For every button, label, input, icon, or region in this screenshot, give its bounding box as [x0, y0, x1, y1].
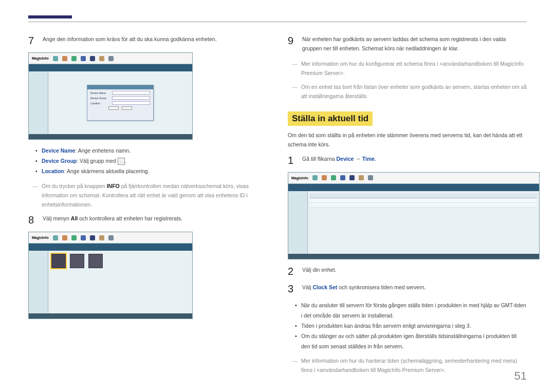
toolbar-icon: [90, 56, 95, 61]
dialog-field-row: Device Group: [90, 96, 150, 100]
app-sidebar: [29, 71, 48, 134]
toolbar-icon: [108, 235, 114, 240]
app-footer: [29, 313, 192, 319]
bullet-list: Device Name: Ange enhetens namn. Device …: [35, 146, 267, 177]
term-desc: : Ange skärmens aktuella placering.: [64, 168, 150, 174]
text-input[interactable]: [112, 96, 150, 100]
section-heading: Ställa in aktuell tid: [288, 111, 373, 126]
cancel-button[interactable]: [122, 106, 132, 110]
text-input[interactable]: [112, 101, 150, 105]
step-1: 1 Gå till flikarna Device → Time.: [288, 155, 527, 166]
toolbar-icon: [331, 175, 336, 180]
step-number: 8: [28, 214, 35, 226]
intro-paragraph: Om den tid som ställts in på enheten int…: [288, 131, 527, 150]
toolbar-icon: [99, 56, 104, 61]
field-label: Device Group: [90, 97, 110, 100]
step-text: Välj Clock Set och synkronisera tiden me…: [302, 283, 527, 294]
app-footer: [29, 134, 192, 139]
dialog-buttons: [87, 106, 153, 110]
term: Device Name: [42, 147, 75, 154]
app-toolbar: MagicInfo: [288, 173, 539, 184]
app-logo: MagicInfo: [291, 176, 308, 180]
step-2: 2 Välj din enhet.: [288, 266, 527, 277]
text: Gå till flikarna: [302, 156, 337, 162]
app-navbar: [29, 64, 192, 71]
note-block: Mer information om hur du hanterar tiden…: [288, 357, 527, 375]
toolbar-icon: [312, 175, 318, 180]
app-sidebar: [29, 251, 48, 313]
device-thumbnail[interactable]: [88, 254, 103, 268]
term-desc: : Ange enhetens namn.: [75, 147, 131, 154]
text: och kontrollera att enheten har registre…: [78, 215, 182, 221]
step-8: 8 Välj menyn All och kontrollera att enh…: [28, 214, 267, 226]
dialog-field-row: Device Name: [90, 91, 150, 95]
toolbar-icon: [90, 235, 95, 240]
term-desc-after: .: [125, 158, 126, 164]
text: Välj: [302, 284, 312, 290]
step-text: Ange den information som krävs för att d…: [43, 35, 267, 46]
screenshot-approve-device: MagicInfo Device Name: [28, 52, 193, 140]
step-number: 1: [288, 155, 295, 166]
list-item: Om du stänger av och sätter på produkten…: [295, 331, 527, 352]
step-3: 3 Välj Clock Set och synkronisera tiden …: [288, 283, 527, 294]
app-navbar: [288, 184, 539, 191]
toolbar-icon: [62, 56, 67, 61]
term: Device Group: [42, 158, 77, 164]
step-text: När enheten har godkänts av servern ladd…: [302, 35, 527, 53]
right-column: 9 När enheten har godkänts av servern la…: [288, 35, 527, 380]
toolbar-icon: [322, 175, 327, 180]
toolbar-icon: [349, 175, 355, 180]
app-sidebar: [288, 191, 308, 254]
thumbnail-row: [48, 251, 192, 271]
note-block: Om en enhet tas bort från listan över en…: [288, 83, 527, 101]
text: Välj menyn: [43, 215, 71, 221]
header-accent: [28, 15, 72, 18]
left-column: 7 Ange den information som krävs för att…: [28, 35, 267, 380]
dialog-field-row: Location: [90, 101, 150, 105]
text-bold: Time: [362, 156, 375, 162]
step-7: 7 Ange den information som krävs för att…: [28, 35, 267, 46]
header-divider: [28, 22, 527, 22]
term-desc: : Välj grupp med: [77, 158, 117, 164]
page-container: 7 Ange den information som krävs för att…: [0, 0, 555, 390]
toolbar-icon: [62, 235, 67, 240]
approve-dialog: Device Name Device Group Location: [87, 85, 154, 121]
app-toolbar: MagicInfo: [29, 53, 192, 64]
app-main: [308, 191, 539, 254]
toolbar-icon: [368, 175, 373, 180]
bullet-list: När du ansluter till servern för första …: [295, 301, 527, 352]
text: och synkronisera tiden med servern.: [337, 284, 425, 290]
field-label: Device Name: [90, 91, 110, 95]
app-toolbar: MagicInfo: [29, 232, 192, 244]
app-navbar: [29, 244, 192, 251]
text: →: [354, 156, 362, 162]
toolbar-icon: [340, 175, 345, 180]
step-text: Välj menyn All och kontrollera att enhet…: [43, 214, 267, 226]
toolbar-icon: [99, 235, 104, 240]
app-main: [48, 251, 192, 313]
toolbar-icon: [71, 235, 77, 240]
step-number: 3: [288, 283, 295, 294]
table-row[interactable]: [310, 203, 537, 208]
step-number: 9: [288, 35, 295, 53]
step-9: 9 När enheten har godkänts av servern la…: [288, 35, 527, 53]
list-item: Device Group: Välj grupp med ….: [35, 156, 267, 166]
list-item: Tiden i produkten kan ändras från server…: [295, 321, 527, 331]
step-number: 7: [28, 35, 35, 46]
toolbar-icon: [53, 56, 58, 61]
toolbar-icon: [53, 235, 58, 240]
device-thumbnail[interactable]: [51, 254, 66, 268]
app-footer: [288, 254, 539, 259]
ok-button[interactable]: [108, 106, 119, 110]
app-logo: MagicInfo: [32, 236, 49, 239]
device-thumbnail[interactable]: [70, 254, 84, 268]
app-logo: MagicInfo: [32, 57, 49, 60]
table-row[interactable]: [310, 198, 537, 203]
dialog-title-bar: [87, 85, 153, 89]
toolbar-icon: [359, 175, 364, 180]
text-input[interactable]: [112, 91, 150, 95]
screenshot-device-list: MagicInfo: [28, 232, 193, 319]
toolbar-icon: [81, 56, 86, 61]
note-block: Om du trycker på knappen INFO på fjärrko…: [28, 182, 267, 210]
screenshot-time-tab: MagicInfo: [288, 172, 540, 259]
